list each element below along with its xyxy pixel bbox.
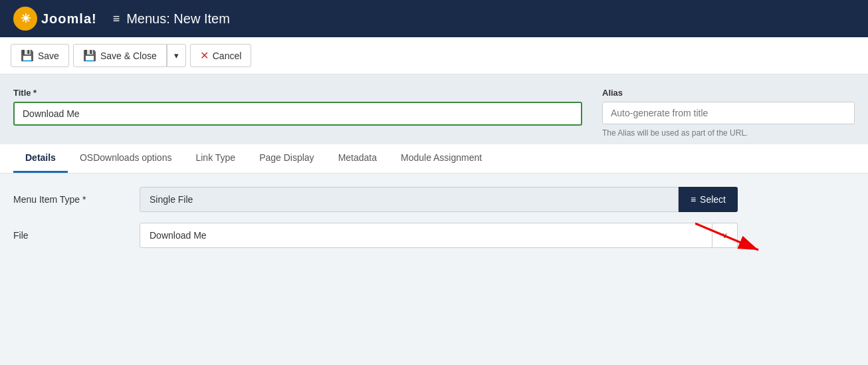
title-input[interactable] [13, 102, 582, 126]
file-value: Download Me [140, 223, 712, 248]
file-input-group: Download Me ∨ [140, 223, 738, 248]
tab-module-assignment[interactable]: Module Assignment [389, 144, 494, 173]
menu-item-type-label: Menu Item Type * [13, 194, 133, 205]
menu-item-type-input-group: Single File ≡ Select [140, 187, 738, 212]
select-button[interactable]: ≡ Select [679, 187, 738, 212]
tab-metadata[interactable]: Metadata [326, 144, 389, 173]
save-button[interactable]: 💾 Save [11, 44, 69, 67]
toolbar: 💾 Save 💾 Save & Close ▾ ✕ Cancel [0, 37, 868, 74]
joomla-wordmark: Joomla! [41, 11, 97, 27]
page-header-title: ≡ Menus: New Item [113, 11, 230, 27]
tab-link-type[interactable]: Link Type [183, 144, 247, 173]
cancel-icon: ✕ [200, 49, 209, 62]
header-title-text: Menus: New Item [126, 11, 230, 27]
file-row: File Download Me ∨ [13, 223, 855, 248]
save-close-icon: 💾 [83, 49, 96, 62]
save-close-label: Save & Close [100, 51, 157, 61]
tab-osdownloads[interactable]: OSDownloads options [68, 144, 184, 173]
tab-details[interactable]: Details [13, 144, 68, 173]
alias-group: Alias The Alias will be used as part of … [602, 88, 855, 138]
tabs-list: Details OSDownloads options Link Type Pa… [13, 144, 855, 173]
content-area: Menu Item Type * Single File ≡ Select Fi… [0, 174, 868, 272]
select-list-icon: ≡ [691, 194, 696, 205]
menu-item-type-row: Menu Item Type * Single File ≡ Select [13, 187, 855, 212]
svg-text:✳: ✳ [21, 12, 31, 25]
file-label: File [13, 230, 133, 241]
save-dropdown-button[interactable]: ▾ [167, 44, 186, 67]
form-area: Title * Alias The Alias will be used as … [0, 74, 868, 144]
alias-hint: The Alias will be used as part of the UR… [602, 128, 855, 138]
joomla-logo: ✳ Joomla! [13, 7, 97, 31]
alias-label: Alias [602, 88, 855, 98]
chevron-down-icon: ∨ [722, 231, 728, 240]
save-close-group: 💾 Save & Close ▾ [73, 44, 186, 67]
title-group: Title * [13, 88, 582, 126]
file-dropdown-button[interactable]: ∨ [712, 223, 738, 248]
alias-input[interactable] [602, 102, 855, 124]
joomla-logo-icon: ✳ [13, 7, 37, 31]
cancel-button[interactable]: ✕ Cancel [190, 44, 252, 67]
save-icon: 💾 [21, 49, 34, 62]
save-close-button[interactable]: 💾 Save & Close [73, 44, 167, 67]
title-label: Title * [13, 88, 582, 98]
cancel-label: Cancel [213, 51, 242, 61]
select-label: Select [700, 194, 726, 205]
dropdown-chevron-icon: ▾ [174, 51, 179, 61]
app-header: ✳ Joomla! ≡ Menus: New Item [0, 0, 868, 37]
menu-icon: ≡ [113, 12, 120, 26]
tabs-bar: Details OSDownloads options Link Type Pa… [0, 144, 868, 174]
menu-item-type-value: Single File [140, 187, 679, 212]
form-row-title-alias: Title * Alias The Alias will be used as … [13, 88, 855, 138]
save-label: Save [38, 51, 59, 61]
tab-page-display[interactable]: Page Display [247, 144, 326, 173]
